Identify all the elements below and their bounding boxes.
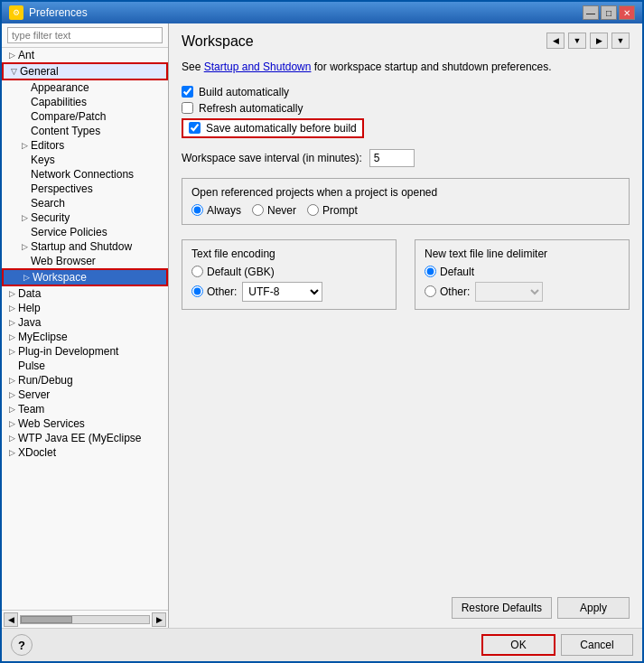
tree-item-content-types[interactable]: Content Types: [2, 124, 168, 138]
filter-box: [2, 23, 168, 48]
tree-item-data[interactable]: ▷ Data: [2, 286, 168, 301]
line-other-radio[interactable]: [425, 285, 436, 297]
spacer: [18, 226, 31, 238]
tree-item-capabilities[interactable]: Capabilities: [2, 95, 168, 109]
tree-item-help[interactable]: ▷ Help: [2, 301, 168, 315]
always-radio[interactable]: [191, 204, 203, 216]
always-radio-row[interactable]: Always: [191, 204, 241, 217]
tree-label-data: Data: [18, 287, 41, 300]
save-auto-row[interactable]: Save automatically before build: [182, 118, 364, 138]
restore-defaults-button[interactable]: Restore Defaults: [452, 597, 552, 619]
tree-label-content-types: Content Types: [31, 125, 100, 137]
tree-item-team[interactable]: ▷ Team: [2, 402, 168, 416]
tree-item-search[interactable]: Search: [2, 196, 168, 210]
tree-item-editors[interactable]: ▷ Editors: [2, 138, 168, 153]
tree-item-startup-shutdown[interactable]: ▷ Startup and Shutdow: [2, 239, 168, 254]
open-projects-radio-group: Always Never Prompt: [191, 204, 620, 217]
startup-shutdown-link[interactable]: Startup and Shutdown: [204, 61, 312, 73]
encoding-select[interactable]: UTF-8 ISO-8859-1 US-ASCII UTF-16 UTF-16B…: [242, 282, 322, 302]
back-button[interactable]: ◀: [546, 33, 565, 49]
tree-item-web-services[interactable]: ▷ Web Services: [2, 416, 168, 431]
prompt-radio-row[interactable]: Prompt: [307, 204, 358, 217]
tree-item-ant[interactable]: ▷ Ant: [2, 48, 168, 62]
scroll-left-button[interactable]: ◀: [4, 612, 18, 627]
tree-item-plugin-dev[interactable]: ▷ Plug-in Development: [2, 344, 168, 359]
window-icon: ⚙: [9, 5, 23, 20]
build-auto-row[interactable]: Build automatically: [182, 86, 630, 98]
encoding-other-radio-row[interactable]: Other:: [191, 285, 237, 298]
expand-icon-myeclipse: ▷: [5, 331, 18, 343]
bottom-bar: ? OK Cancel: [2, 628, 642, 661]
build-auto-checkbox[interactable]: [182, 86, 193, 98]
left-panel: ▷ Ant ▽ General Appearance Capabilities: [2, 23, 169, 628]
prompt-label: Prompt: [322, 204, 358, 217]
tree-item-network-connections[interactable]: Network Connections: [2, 167, 168, 182]
encoding-default-row[interactable]: Default (GBK): [191, 266, 387, 278]
tree-item-myeclipse[interactable]: ▷ MyEclipse: [2, 330, 168, 344]
refresh-auto-checkbox[interactable]: [182, 102, 193, 114]
filter-input[interactable]: [7, 27, 163, 43]
tree-item-wtp-java-ee[interactable]: ▷ WTP Java EE (MyEclipse: [2, 431, 168, 445]
save-auto-label: Save automatically before build: [206, 122, 357, 135]
encoding-other-radio[interactable]: [191, 285, 203, 297]
tree-item-keys[interactable]: Keys: [2, 153, 168, 167]
tree-item-compare-patch[interactable]: Compare/Patch: [2, 109, 168, 124]
tree-item-perspectives[interactable]: Perspectives: [2, 182, 168, 196]
tree-label-java: Java: [18, 316, 41, 329]
expand-icon-workspace: ▷: [20, 271, 33, 284]
refresh-auto-row[interactable]: Refresh automatically: [182, 102, 630, 115]
tree-item-appearance[interactable]: Appearance: [2, 80, 168, 95]
apply-button[interactable]: Apply: [557, 597, 630, 619]
help-button[interactable]: ?: [11, 634, 33, 656]
line-default-radio[interactable]: [425, 266, 436, 277]
line-default-label: Default: [440, 266, 474, 278]
spacer: [18, 168, 31, 181]
tree-item-web-browser[interactable]: Web Browser: [2, 254, 168, 268]
tree-item-server[interactable]: ▷ Server: [2, 388, 168, 402]
tree-label-search: Search: [31, 197, 65, 210]
line-default-row[interactable]: Default: [425, 266, 620, 278]
prompt-radio[interactable]: [307, 204, 319, 216]
spacer: [18, 110, 31, 123]
always-label: Always: [207, 204, 241, 217]
minimize-button[interactable]: —: [583, 5, 599, 20]
tree-item-workspace[interactable]: ▷ Workspace: [2, 268, 168, 286]
line-delimiter-title: New text file line delimiter: [425, 247, 620, 260]
window-title: Preferences: [29, 6, 88, 19]
tree-label-workspace: Workspace: [33, 271, 87, 284]
tree-item-security[interactable]: ▷ Security: [2, 210, 168, 225]
forward-dropdown-button[interactable]: ▼: [611, 33, 630, 49]
tree-label-startup-shutdown: Startup and Shutdow: [31, 240, 132, 253]
tree-label-capabilities: Capabilities: [31, 96, 87, 108]
never-radio[interactable]: [252, 204, 264, 216]
scroll-track[interactable]: [20, 615, 150, 624]
line-delimiter-select[interactable]: Windows Unix Mac: [475, 282, 543, 302]
line-other-radio-row[interactable]: Other:: [425, 285, 470, 298]
never-radio-row[interactable]: Never: [252, 204, 296, 217]
spacer: [18, 197, 31, 210]
interval-input[interactable]: [369, 149, 415, 167]
ok-button[interactable]: OK: [481, 634, 555, 656]
spacer: [18, 182, 31, 195]
tree-label-perspectives: Perspectives: [31, 182, 93, 195]
tree-scrollbar: ◀ ▶: [2, 610, 168, 628]
scroll-right-button[interactable]: ▶: [152, 612, 166, 627]
encoding-default-radio[interactable]: [191, 266, 203, 277]
maximize-button[interactable]: □: [601, 5, 617, 20]
nav-dropdown-button[interactable]: ▼: [568, 33, 586, 49]
expand-icon-help: ▷: [5, 302, 18, 314]
tree-item-pulse[interactable]: Pulse: [2, 359, 168, 373]
tree-item-general[interactable]: ▽ General: [2, 62, 168, 80]
cancel-button[interactable]: Cancel: [561, 634, 633, 656]
tree-label-web-services: Web Services: [18, 417, 85, 430]
tree-item-xdoclet[interactable]: ▷ XDoclet: [2, 445, 168, 460]
close-button[interactable]: ✕: [619, 5, 635, 20]
forward-button[interactable]: ▶: [590, 33, 608, 49]
tree-label-web-browser: Web Browser: [31, 255, 96, 267]
save-auto-checkbox[interactable]: [189, 122, 201, 134]
line-other-row: Other: Windows Unix Mac: [425, 282, 620, 302]
tree-item-run-debug[interactable]: ▷ Run/Debug: [2, 373, 168, 388]
right-panel: Workspace ◀ ▼ ▶ ▼ See Startup and Shutdo…: [169, 23, 642, 628]
tree-item-java[interactable]: ▷ Java: [2, 315, 168, 330]
tree-item-service-policies[interactable]: Service Policies: [2, 225, 168, 239]
